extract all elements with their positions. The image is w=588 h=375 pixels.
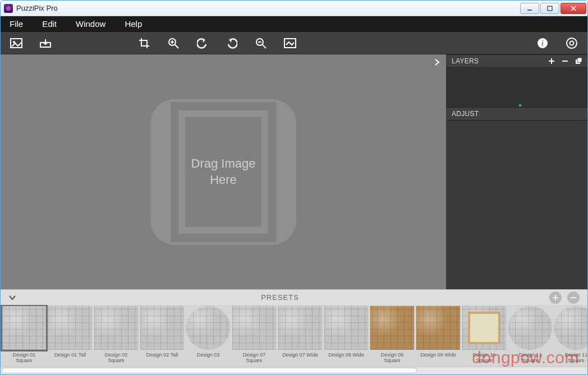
image-icon: [10, 38, 22, 48]
crop-button[interactable]: [136, 35, 152, 51]
presets-title: PRESETS: [16, 293, 544, 302]
preset-thumb[interactable]: Design 02 Tall: [140, 306, 185, 364]
preset-thumb[interactable]: Design 02 Square: [94, 306, 139, 364]
preset-thumb[interactable]: Design 09 Wide: [416, 306, 461, 364]
svg-point-18: [570, 41, 574, 45]
svg-line-8: [175, 45, 178, 48]
collapse-panels-button[interactable]: [431, 57, 443, 68]
puzzle-texture: [186, 306, 230, 350]
preset-thumb-image: [186, 306, 230, 350]
preset-thumb-label: Design 02 Square: [105, 352, 128, 364]
zoom-out-button[interactable]: [253, 35, 269, 51]
preset-thumb[interactable]: Design 07 Square: [232, 306, 277, 364]
fit-screen-button[interactable]: [282, 35, 298, 51]
canvas-area[interactable]: Drag Image Here: [1, 54, 446, 289]
preset-thumb[interactable]: Design 01 Square: [2, 306, 47, 364]
maximize-icon: [547, 6, 553, 11]
puzzle-texture: [554, 306, 587, 350]
puzzle-texture: [462, 306, 506, 350]
image-drop-target[interactable]: Drag Image Here: [150, 99, 296, 245]
adjust-title: ADJUST: [452, 110, 479, 118]
preset-thumb[interactable]: Design 03: [186, 306, 231, 364]
side-panels: LAYERS ADJUST: [446, 54, 587, 289]
preset-thumb-image: [232, 306, 276, 350]
preset-thumb-label: Design 07 Square: [243, 352, 266, 364]
puzzle-texture: [94, 306, 138, 350]
layers-panel-header: LAYERS: [446, 54, 587, 68]
preset-thumb-label: Design 09 Wide: [420, 352, 456, 364]
add-preset-button[interactable]: [549, 291, 562, 304]
drop-hint-text: Drag Image Here: [191, 156, 256, 188]
preset-thumb-image: [2, 306, 46, 350]
preset-thumb-image: [554, 306, 587, 350]
preset-thumb[interactable]: Design 10 Square: [462, 306, 507, 364]
preset-thumb[interactable]: Design 08 Wide: [324, 306, 369, 364]
drop-frame-outer: Drag Image Here: [171, 102, 276, 242]
preset-thumb-label: Design 01 Square: [13, 352, 36, 364]
preset-thumb-label: Design 11 Square: [565, 352, 587, 364]
drop-frame-inner: Drag Image Here: [178, 110, 268, 234]
puzzle-texture: [140, 306, 184, 350]
presets-scrollbar[interactable]: [1, 367, 587, 374]
tool-bar: i: [1, 32, 587, 54]
presets-collapse-button[interactable]: [8, 294, 16, 302]
preset-thumb[interactable]: Design 01 Tall: [48, 306, 93, 364]
redo-button[interactable]: [224, 35, 240, 51]
puzzle-texture: [232, 306, 276, 350]
zoom-in-button[interactable]: [166, 35, 181, 51]
scrollbar-thumb[interactable]: [2, 368, 417, 373]
window-title: PuzziPix Pro: [16, 4, 519, 12]
preset-thumb-image: [370, 306, 414, 350]
preset-thumb-label: Design 11 Square: [519, 352, 542, 364]
preset-thumb-label: Design 02 Tall: [146, 352, 178, 364]
close-button[interactable]: [561, 3, 586, 14]
add-layer-button[interactable]: [548, 58, 555, 64]
svg-rect-23: [577, 58, 582, 62]
menu-help[interactable]: Help: [120, 18, 146, 30]
preset-thumb[interactable]: Design 07 Wide: [278, 306, 323, 364]
presets-thumbnails: Design 01 SquareDesign 01 TallDesign 02 …: [1, 305, 587, 367]
svg-point-17: [567, 38, 577, 48]
remove-preset-button[interactable]: [567, 291, 580, 304]
open-image-button[interactable]: [8, 35, 24, 51]
remove-layer-button[interactable]: [562, 58, 568, 64]
menu-window[interactable]: Window: [71, 18, 110, 30]
puzzle-texture: [324, 306, 368, 350]
preset-thumb-label: Design 07 Wide: [282, 352, 318, 364]
minimize-button[interactable]: [520, 3, 539, 14]
settings-button[interactable]: [564, 35, 580, 51]
zoom-in-icon: [168, 38, 179, 49]
plus-icon: [548, 58, 555, 64]
adjust-panel-body: [446, 121, 587, 289]
redo-icon: [226, 38, 237, 49]
preset-thumb-image: [140, 306, 184, 350]
duplicate-layer-button[interactable]: [575, 58, 582, 64]
svg-rect-1: [548, 6, 552, 11]
save-button[interactable]: [38, 35, 53, 51]
puzzle-texture: [48, 306, 92, 350]
maximize-button[interactable]: [540, 3, 559, 14]
presets-strip: Design 01 SquareDesign 01 TallDesign 02 …: [1, 305, 587, 374]
presets-header: PRESETS: [1, 289, 587, 305]
menu-bar: File Edit Window Help: [1, 16, 587, 32]
window-controls: [519, 3, 586, 14]
preset-thumb-label: Design 08 Wide: [328, 352, 364, 364]
preset-thumb[interactable]: Design 11 Square: [508, 306, 553, 364]
title-bar: PuzziPix Pro: [1, 1, 587, 16]
puzzle-texture: [508, 306, 552, 350]
undo-button[interactable]: [195, 35, 210, 51]
gear-icon: [566, 38, 577, 49]
panel-divider-handle[interactable]: [519, 104, 521, 107]
svg-line-12: [263, 45, 266, 48]
info-icon: i: [537, 38, 548, 49]
preset-thumb-image: [278, 306, 322, 350]
menu-edit[interactable]: Edit: [38, 18, 61, 30]
preset-thumb-label: Design 09 Square: [381, 352, 404, 364]
preset-thumb-label: Design 01 Tall: [54, 352, 86, 364]
preset-thumb[interactable]: Design 11 Square: [554, 306, 587, 364]
preset-thumb-image: [48, 306, 92, 350]
info-button[interactable]: i: [535, 35, 550, 51]
preset-thumb[interactable]: Design 09 Square: [370, 306, 415, 364]
close-icon: [570, 5, 577, 12]
menu-file[interactable]: File: [5, 18, 27, 30]
